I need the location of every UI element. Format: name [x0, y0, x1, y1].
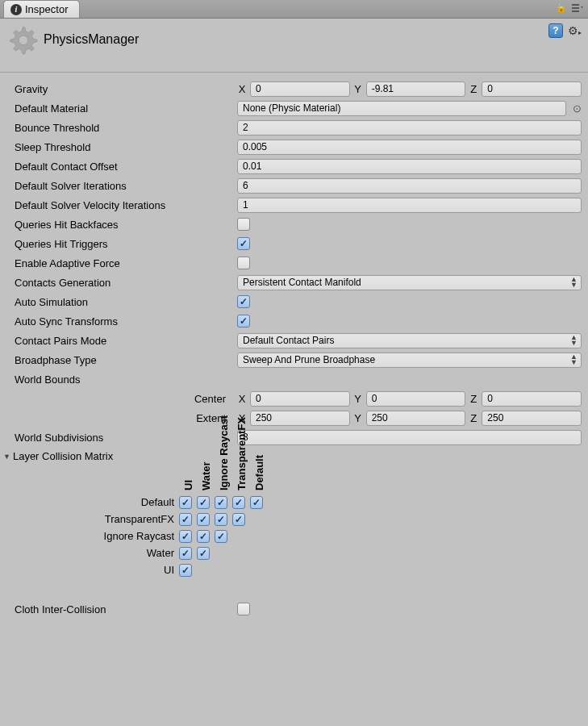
matrix-checkbox[interactable]	[197, 530, 210, 543]
world-subdivisions-input[interactable]	[237, 430, 582, 445]
component-menu-icon[interactable]: ⚙▸	[568, 24, 582, 37]
matrix-checkbox[interactable]	[250, 496, 263, 509]
panel-menu-icon[interactable]	[572, 4, 583, 12]
label-sleep-threshold: Sleep Threshold	[15, 141, 237, 153]
auto-sync-transforms-checkbox[interactable]	[237, 315, 250, 328]
component-header: PhysicsManager ? ⚙▸	[0, 19, 588, 73]
queries-hit-triggers-checkbox[interactable]	[237, 237, 250, 250]
matrix-checkbox[interactable]	[179, 513, 192, 526]
svg-rect-2	[572, 10, 579, 12]
gravity-y-input[interactable]	[366, 81, 466, 97]
prop-queries-hit-triggers: Queries Hit Triggers	[15, 234, 582, 253]
default-solver-velocity-iterations-input[interactable]	[237, 198, 582, 213]
world-bounds-center-z-input[interactable]	[482, 391, 582, 407]
prop-world-subdivisions: World Subdivisions	[15, 428, 582, 447]
axis-y: Y	[353, 412, 363, 424]
label-default-material: Default Material	[15, 102, 237, 115]
world-bounds-extent-z-input[interactable]	[482, 411, 582, 426]
label-auto-sync-transforms: Auto Sync Transforms	[15, 315, 237, 328]
world-bounds-center-x-input[interactable]	[250, 391, 350, 407]
matrix-row-header: TransparentFX	[82, 511, 179, 528]
matrix-checkbox[interactable]	[215, 496, 227, 509]
matrix-checkbox[interactable]	[215, 513, 227, 526]
default-solver-iterations-input[interactable]	[237, 178, 582, 194]
prop-cloth-inter-collision: Cloth Inter-Collision	[15, 599, 582, 619]
prop-world-bounds: World Bounds	[15, 369, 582, 389]
broadphase-type-select[interactable]: Sweep And Prune Broadphase ▲▼	[237, 353, 582, 368]
label-broadphase-type: Broadphase Type	[15, 354, 237, 366]
prop-queries-hit-backfaces: Queries Hit Backfaces	[15, 215, 582, 234]
label-layer-collision-matrix: Layer Collision Matrix	[13, 450, 113, 462]
prop-bounce-threshold: Bounce Threshold	[15, 118, 582, 137]
object-picker-icon[interactable]: ⊙	[573, 102, 582, 115]
default-contact-offset-input[interactable]	[237, 159, 582, 174]
matrix-checkbox[interactable]	[197, 496, 210, 509]
axis-z: Z	[469, 393, 478, 405]
properties-panel: Gravity X Y Z Default Material None (Phy…	[0, 73, 588, 625]
label-bounce-threshold: Bounce Threshold	[15, 122, 237, 134]
label-gravity: Gravity	[15, 83, 237, 95]
axis-y: Y	[353, 393, 363, 405]
gravity-z-input[interactable]	[482, 81, 582, 97]
enable-adaptive-force-checkbox[interactable]	[237, 257, 250, 269]
prop-world-bounds-center: Center X Y Z	[15, 389, 582, 408]
svg-rect-0	[572, 7, 579, 9]
prop-default-solver-velocity-iterations: Default Solver Velocity Iterations	[15, 195, 582, 215]
sleep-threshold-input[interactable]	[237, 140, 582, 155]
matrix-checkbox[interactable]	[179, 496, 192, 509]
foldout-triangle-icon: ▼	[3, 453, 10, 461]
matrix-checkbox[interactable]	[179, 530, 192, 543]
gravity-x-input[interactable]	[250, 81, 350, 97]
auto-simulation-checkbox[interactable]	[237, 295, 250, 308]
prop-gravity: Gravity X Y Z	[15, 79, 582, 98]
cloth-inter-collision-checkbox[interactable]	[237, 603, 250, 615]
label-cloth-inter-collision: Cloth Inter-Collision	[15, 603, 237, 615]
matrix-checkbox[interactable]	[232, 513, 245, 526]
tab-label: Inspector	[25, 3, 68, 15]
default-material-value: None (Physic Material)	[243, 102, 340, 114]
matrix-checkbox[interactable]	[197, 513, 210, 526]
world-bounds-extent-x-input[interactable]	[250, 411, 350, 426]
matrix-checkbox[interactable]	[215, 530, 227, 543]
queries-hit-backfaces-checkbox[interactable]	[237, 218, 250, 231]
layer-collision-matrix-foldout[interactable]: ▼ Layer Collision Matrix	[3, 447, 582, 464]
matrix-row-header: Ignore Raycast	[82, 528, 179, 544]
label-default-contact-offset: Default Contact Offset	[15, 161, 237, 173]
axis-x: X	[237, 393, 247, 405]
label-default-solver-velocity-iterations: Default Solver Velocity Iterations	[15, 199, 237, 211]
inspector-tab[interactable]: i Inspector	[3, 0, 80, 18]
broadphase-type-value: Sweep And Prune Broadphase	[243, 354, 375, 365]
axis-z: Z	[469, 83, 478, 95]
matrix-row-header: Default	[82, 494, 179, 511]
prop-contacts-generation: Contacts Generation Persistent Contact M…	[15, 273, 582, 292]
matrix-row-header: Water	[82, 544, 179, 561]
matrix-checkbox[interactable]	[179, 564, 192, 577]
contact-pairs-mode-select[interactable]: Default Contact Pairs ▲▼	[237, 333, 582, 348]
prop-enable-adaptive-force: Enable Adaptive Force	[15, 253, 582, 273]
label-auto-simulation: Auto Simulation	[15, 296, 237, 308]
svg-rect-1	[572, 4, 579, 6]
layer-collision-matrix: UIWaterIgnore RaycastTransparentFXDefaul…	[82, 477, 582, 578]
prop-default-material: Default Material None (Physic Material) …	[15, 98, 582, 118]
prop-world-bounds-extent: Extent X Y Z	[15, 408, 582, 428]
axis-y: Y	[353, 83, 363, 95]
lock-icon[interactable]: 🔓	[556, 2, 567, 13]
bounce-threshold-input[interactable]	[237, 120, 582, 136]
default-material-field[interactable]: None (Physic Material)	[237, 101, 566, 116]
world-bounds-extent-y-input[interactable]	[366, 411, 466, 426]
axis-x: X	[237, 83, 247, 95]
matrix-row-header: UI	[82, 561, 179, 578]
prop-default-solver-iterations: Default Solver Iterations	[15, 176, 582, 195]
matrix-checkbox[interactable]	[197, 547, 210, 560]
matrix-checkbox[interactable]	[179, 547, 192, 560]
settings-gear-icon	[6, 23, 39, 56]
label-world-bounds: World Bounds	[15, 373, 237, 386]
matrix-col-header: Water	[200, 461, 212, 490]
prop-default-contact-offset: Default Contact Offset	[15, 156, 582, 176]
info-icon: i	[10, 4, 22, 15]
contacts-generation-select[interactable]: Persistent Contact Manifold ▲▼	[237, 275, 582, 290]
matrix-checkbox[interactable]	[232, 496, 245, 509]
help-icon[interactable]: ?	[548, 23, 563, 38]
world-bounds-center-y-input[interactable]	[366, 391, 466, 407]
dropdown-arrows-icon: ▲▼	[570, 277, 578, 288]
